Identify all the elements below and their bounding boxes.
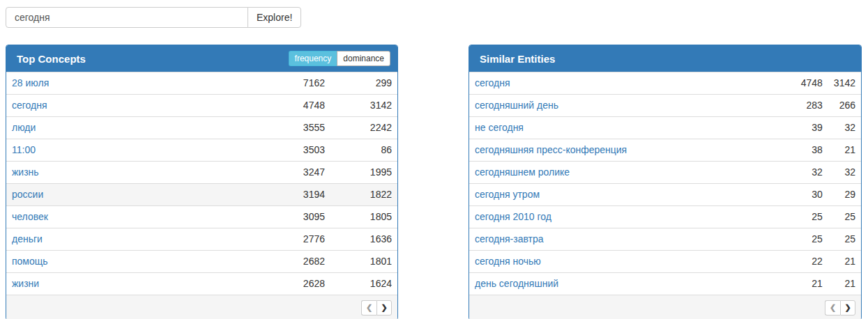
table-row: сегодня утром 30 29 <box>469 184 861 206</box>
frequency-value: 3247 <box>264 162 330 184</box>
entity-link[interactable]: день сегодняшний <box>475 278 558 289</box>
entity-link[interactable]: сегодня ночью <box>475 256 541 267</box>
dominance-value: 1636 <box>330 228 397 251</box>
frequency-toggle-button[interactable]: frequency <box>289 51 337 66</box>
dominance-value: 266 <box>828 95 861 117</box>
similar-entities-panel: Similar Entities сегодня 4748 3142 сегод… <box>469 45 862 319</box>
table-row: жизнь 3247 1995 <box>6 162 397 184</box>
frequency-value: 39 <box>779 117 828 139</box>
frequency-value: 3095 <box>264 206 330 228</box>
next-page-button[interactable]: ❯ <box>376 300 392 316</box>
concept-link[interactable]: люди <box>12 122 36 133</box>
table-row: сегодня 4748 3142 <box>6 95 397 117</box>
concept-cell: деньги <box>6 228 264 251</box>
similar-entities-footer: ❮ ❯ <box>469 295 861 319</box>
dominance-toggle-button[interactable]: dominance <box>337 51 390 66</box>
entity-cell: сегодня-завтра <box>469 228 779 251</box>
dominance-value: 21 <box>828 251 861 273</box>
dominance-value: 1822 <box>330 184 397 206</box>
entity-link[interactable]: сегодняшняя пресс-конференция <box>475 144 627 155</box>
table-row: человек 3095 1805 <box>6 206 397 228</box>
concept-link[interactable]: россии <box>12 189 43 200</box>
frequency-value: 4748 <box>264 95 330 117</box>
concept-link[interactable]: помощь <box>12 256 48 267</box>
concept-link[interactable]: жизни <box>12 278 39 289</box>
concept-cell: жизнь <box>6 162 264 184</box>
entity-link[interactable]: сегодня-завтра <box>475 233 544 244</box>
entity-cell: сегодняшняя пресс-конференция <box>469 139 779 162</box>
concept-cell: помощь <box>6 251 264 273</box>
entity-link[interactable]: сегодняшнем ролике <box>475 166 570 178</box>
next-page-button[interactable]: ❯ <box>840 300 855 316</box>
similar-entities-header: Similar Entities <box>469 45 861 72</box>
entity-link[interactable]: сегодняшний день <box>475 100 558 111</box>
table-row: 28 июля 7162 299 <box>6 72 397 95</box>
concept-link[interactable]: деньги <box>12 233 43 244</box>
frequency-value: 3503 <box>264 139 330 162</box>
concept-link[interactable]: жизнь <box>12 166 39 178</box>
dominance-value: 1801 <box>330 251 397 273</box>
pagination: ❮ ❯ <box>825 300 855 316</box>
prev-page-button[interactable]: ❮ <box>825 300 840 316</box>
table-row: сегодня 2010 год 25 25 <box>469 206 861 228</box>
chevron-left-icon: ❮ <box>830 303 836 312</box>
table-row: сегодняшний день 283 266 <box>469 95 861 117</box>
entity-cell: сегодня утром <box>469 184 779 206</box>
table-row: жизни 2628 1624 <box>6 273 397 295</box>
concept-link[interactable]: сегодня <box>12 100 47 111</box>
concept-cell: сегодня <box>6 95 264 117</box>
similar-entities-table: сегодня 4748 3142 сегодняшний день 283 2… <box>469 72 861 295</box>
frequency-value: 32 <box>779 162 828 184</box>
metric-toggle-group: frequency dominance <box>289 51 390 66</box>
top-concepts-footer: ❮ ❯ <box>6 295 397 319</box>
top-concepts-panel: Top Concepts frequency dominance 28 июля… <box>6 45 398 319</box>
dominance-value: 299 <box>330 72 397 95</box>
dominance-value: 1805 <box>330 206 397 228</box>
table-row: сегодняшнем ролике 32 32 <box>469 162 861 184</box>
dominance-value: 2242 <box>330 117 397 139</box>
explore-button[interactable]: Explore! <box>248 7 301 28</box>
table-row: сегодня 4748 3142 <box>469 72 861 95</box>
panels-container: Top Concepts frequency dominance 28 июля… <box>6 45 862 319</box>
frequency-value: 25 <box>779 206 828 228</box>
concept-link[interactable]: человек <box>12 211 48 222</box>
dominance-value: 86 <box>330 139 397 162</box>
table-row: не сегодня 39 32 <box>469 117 861 139</box>
table-row: помощь 2682 1801 <box>6 251 397 273</box>
panel-title: Top Concepts <box>17 53 86 65</box>
concept-link[interactable]: 28 июля <box>12 77 49 88</box>
table-row: день сегодняшний 21 21 <box>469 273 861 295</box>
top-concepts-header: Top Concepts frequency dominance <box>6 45 397 72</box>
entity-link[interactable]: сегодня утром <box>475 189 540 200</box>
chevron-left-icon: ❮ <box>366 303 372 312</box>
prev-page-button[interactable]: ❮ <box>361 300 376 316</box>
dominance-value: 25 <box>828 206 861 228</box>
frequency-value: 30 <box>779 184 828 206</box>
frequency-value: 3555 <box>264 117 330 139</box>
table-row: люди 3555 2242 <box>6 117 397 139</box>
frequency-value: 3194 <box>264 184 330 206</box>
top-concepts-table: 28 июля 7162 299 сегодня 4748 3142 люди … <box>6 72 397 295</box>
search-bar: Explore! <box>6 7 862 28</box>
search-input[interactable] <box>6 7 248 28</box>
frequency-value: 7162 <box>264 72 330 95</box>
chevron-right-icon: ❯ <box>381 303 387 312</box>
entity-cell: не сегодня <box>469 117 779 139</box>
dominance-value: 25 <box>828 228 861 251</box>
entity-link[interactable]: сегодня 2010 год <box>475 211 551 222</box>
frequency-value: 2628 <box>264 273 330 295</box>
dominance-value: 1624 <box>330 273 397 295</box>
dominance-value: 29 <box>828 184 861 206</box>
concept-cell: 28 июля <box>6 72 264 95</box>
panel-title: Similar Entities <box>480 53 555 65</box>
frequency-value: 283 <box>779 95 828 117</box>
entity-link[interactable]: не сегодня <box>475 122 524 133</box>
table-row: сегодня-завтра 25 25 <box>469 228 861 251</box>
frequency-value: 38 <box>779 139 828 162</box>
concept-cell: люди <box>6 117 264 139</box>
concept-link[interactable]: 11:00 <box>12 144 36 155</box>
entity-cell: сегодня 2010 год <box>469 206 779 228</box>
dominance-value: 21 <box>828 139 861 162</box>
entity-link[interactable]: сегодня <box>475 77 510 88</box>
concept-cell: россии <box>6 184 264 206</box>
